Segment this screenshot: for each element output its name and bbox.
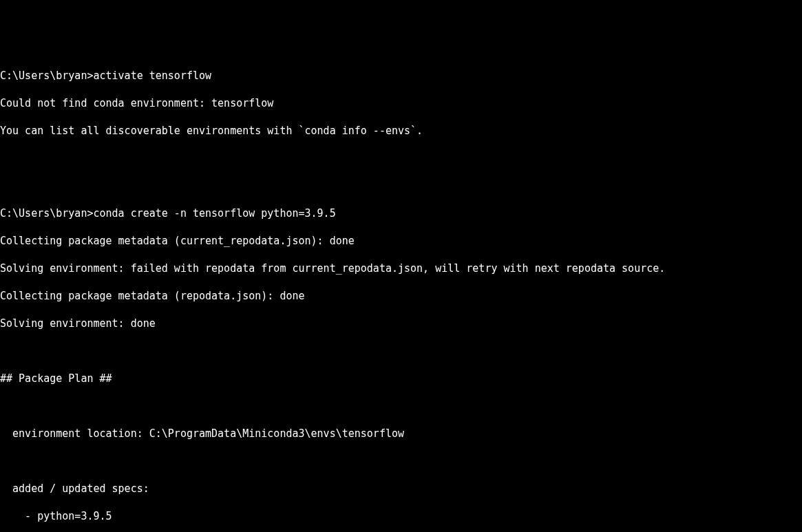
command-text: activate tensorflow [93, 70, 211, 82]
blank-line [0, 344, 802, 358]
specs-header: added / updated specs: [0, 482, 802, 496]
blank-line [0, 151, 802, 165]
output-line: Could not find conda environment: tensor… [0, 96, 802, 110]
output-line: You can list all discoverable environmen… [0, 124, 802, 138]
command-line-2: C:\Users\bryan>conda create -n tensorflo… [0, 206, 802, 220]
environment-location: environment location: C:\ProgramData\Min… [0, 427, 802, 440]
output-line: Solving environment: done [0, 317, 802, 330]
blank-line [0, 454, 802, 468]
package-plan-header: ## Package Plan ## [0, 372, 802, 385]
output-line: Collecting package metadata (repodata.js… [0, 289, 802, 303]
blank-line [0, 179, 802, 193]
blank-line [0, 399, 802, 413]
prompt-path: C:\Users\bryan> [0, 207, 93, 220]
command-text: conda create -n tensorflow python=3.9.5 [93, 207, 335, 220]
output-line: Collecting package metadata (current_rep… [0, 234, 802, 248]
command-line-1: C:\Users\bryan>activate tensorflow [0, 69, 802, 83]
terminal-output: C:\Users\bryan>activate tensorflow Could… [0, 55, 802, 532]
spec-item: - python=3.9.5 [0, 509, 802, 523]
output-line: Solving environment: failed with repodat… [0, 262, 802, 275]
prompt-path: C:\Users\bryan> [0, 70, 93, 82]
